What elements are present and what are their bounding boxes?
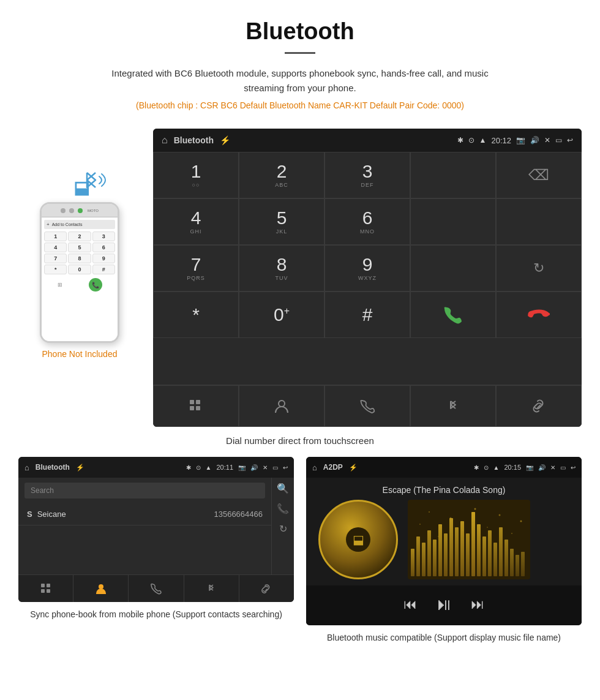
- music-usb-icon: ⚡: [349, 464, 358, 472]
- next-button[interactable]: ⏭: [471, 597, 484, 612]
- svg-rect-27: [444, 533, 448, 576]
- pb-link-icon: [260, 582, 272, 595]
- phone-add-icon: +: [47, 222, 50, 227]
- pb-nav-phone[interactable]: [129, 575, 184, 602]
- refresh-icon: ↻: [533, 260, 544, 276]
- dp-sub-8: TUV: [276, 275, 288, 281]
- pb-name: Seicane: [37, 510, 66, 519]
- svg-point-20: [520, 521, 522, 522]
- pb-time: 20:11: [216, 464, 233, 471]
- svg-rect-31: [466, 533, 470, 576]
- camera-icon[interactable]: 📷: [516, 136, 525, 145]
- dp-key-star[interactable]: *: [153, 292, 239, 338]
- music-x-icon: ✕: [550, 464, 555, 471]
- music-home-icon[interactable]: ⌂: [312, 463, 317, 472]
- svg-rect-32: [471, 512, 475, 576]
- pk-5: 5: [68, 243, 91, 252]
- dp-key-hash[interactable]: #: [324, 292, 410, 338]
- svg-rect-24: [427, 530, 431, 576]
- dialpad-grid: 1 ○○ 2 ABC 3 DEF ⌫ 4 GHI 5 JKL: [153, 152, 582, 385]
- svg-point-12: [429, 511, 430, 513]
- phone-bottom-bar: ⊞ 📞: [44, 278, 115, 292]
- music-win-icon: ▭: [560, 464, 566, 471]
- volume-icon[interactable]: 🔊: [530, 136, 539, 145]
- dp-key-1[interactable]: 1 ○○: [153, 152, 239, 198]
- dp-key-3[interactable]: 3 DEF: [324, 152, 410, 198]
- close-icon[interactable]: ✕: [544, 136, 550, 145]
- dn-grid-icon[interactable]: [153, 385, 239, 427]
- dp-sub-1: ○○: [192, 182, 200, 188]
- svg-rect-36: [493, 543, 497, 576]
- dp-key-5[interactable]: 5 JKL: [239, 198, 324, 245]
- dp-key-9[interactable]: 9 WXYZ: [324, 245, 410, 292]
- pk-4: 4: [44, 243, 67, 252]
- usb-icon: ⚡: [220, 135, 230, 145]
- phone-call-btn: 📞: [89, 278, 102, 292]
- page-description: Integrated with BC6 Bluetooth module, su…: [92, 66, 508, 96]
- music-cam-icon: 📷: [526, 464, 533, 471]
- dp-sub-6: MNO: [360, 228, 375, 235]
- svg-rect-29: [455, 527, 459, 576]
- dp-key-7[interactable]: 7 PQRS: [153, 245, 239, 292]
- dp-key-6[interactable]: 6 MNO: [324, 198, 410, 245]
- pb-number: 13566664466: [214, 510, 263, 519]
- svg-rect-21: [411, 549, 414, 576]
- pb-nav-grid[interactable]: [18, 575, 73, 602]
- dp-empty-2: [410, 198, 496, 245]
- dp-call-green[interactable]: [410, 292, 496, 338]
- play-pause-button[interactable]: ⏯: [435, 594, 452, 614]
- pb-statusbar: ⌂ Bluetooth ⚡ ✱ ⊙ ▲ 20:11 📷 🔊 ✕ ▭ ↩: [18, 457, 294, 478]
- pb-status-right: ✱ ⊙ ▲ 20:11 📷 🔊 ✕ ▭ ↩: [186, 464, 288, 471]
- bt-status-icon: ✱: [457, 136, 463, 145]
- pb-area: Search S Seicane 13566664466 🔍: [18, 478, 294, 574]
- pb-nav-bt[interactable]: [184, 575, 239, 602]
- dp-key-2[interactable]: 2 ABC: [239, 152, 324, 198]
- pb-search-bar[interactable]: Search: [24, 483, 265, 499]
- dp-key-4[interactable]: 4 GHI: [153, 198, 239, 245]
- pb-nav-person[interactable]: [73, 575, 129, 602]
- window-icon[interactable]: ▭: [555, 136, 562, 145]
- dp-refresh[interactable]: ↻: [496, 245, 582, 292]
- dn-person-icon[interactable]: [239, 385, 324, 427]
- pb-nav-link[interactable]: [239, 575, 294, 602]
- phone-top-bar: MOTO: [42, 204, 118, 217]
- phone-screen-header: + Add to Contacts: [44, 220, 115, 229]
- dn-bt-icon[interactable]: [410, 385, 496, 427]
- svg-rect-33: [477, 524, 481, 576]
- pb-side-phone-icon[interactable]: 📞: [277, 503, 289, 514]
- phone-mockup: MOTO + Add to Contacts 1 2 3 4 5 6 7 8 9: [40, 202, 119, 343]
- svg-point-16: [474, 508, 476, 510]
- home-icon[interactable]: ⌂: [162, 135, 168, 146]
- dp-num-6: 6: [362, 209, 373, 227]
- dp-call-red[interactable]: [496, 292, 582, 338]
- pb-side-search-icon[interactable]: 🔍: [277, 483, 289, 494]
- pb-grid-icon: [40, 582, 52, 595]
- main-section: ⬓ MOTO + Add to: [0, 129, 600, 427]
- svg-point-4: [279, 401, 285, 407]
- music-disc-inner: ⬓: [346, 527, 370, 552]
- call-green-icon: [442, 304, 464, 326]
- phone-icon: [359, 398, 375, 414]
- pk-7: 7: [44, 254, 67, 263]
- dn-link-icon[interactable]: [496, 385, 582, 427]
- svg-rect-23: [422, 543, 426, 576]
- music-time: 20:15: [504, 464, 521, 471]
- pb-side-icons: 🔍 📞 ↻: [271, 478, 294, 574]
- svg-rect-2: [190, 406, 194, 410]
- phone-illustration: ⬓ MOTO + Add to: [18, 129, 141, 359]
- back-icon[interactable]: ↩: [567, 136, 573, 145]
- pb-status-title: Bluetooth: [36, 463, 70, 472]
- phone-screen: + Add to Contacts 1 2 3 4 5 6 7 8 9 * 0 …: [42, 217, 118, 341]
- dp-key-0[interactable]: 0+: [239, 292, 324, 338]
- bottom-row: ⌂ Bluetooth ⚡ ✱ ⊙ ▲ 20:11 📷 🔊 ✕ ▭ ↩: [0, 457, 600, 644]
- prev-button[interactable]: ⏮: [403, 597, 417, 612]
- pb-home-icon[interactable]: ⌂: [24, 463, 29, 472]
- pb-side-refresh-icon[interactable]: ↻: [279, 523, 287, 535]
- music-status-right: ✱ ⊙ ▲ 20:15 📷 🔊 ✕ ▭ ↩: [474, 464, 576, 471]
- dn-phone-icon[interactable]: [324, 385, 410, 427]
- dp-backspace[interactable]: ⌫: [496, 152, 582, 198]
- svg-rect-3: [196, 406, 200, 410]
- dp-num-0: 0+: [274, 306, 290, 324]
- music-status-left: ⌂ A2DP ⚡: [312, 463, 358, 472]
- dp-key-8[interactable]: 8 TUV: [239, 245, 324, 292]
